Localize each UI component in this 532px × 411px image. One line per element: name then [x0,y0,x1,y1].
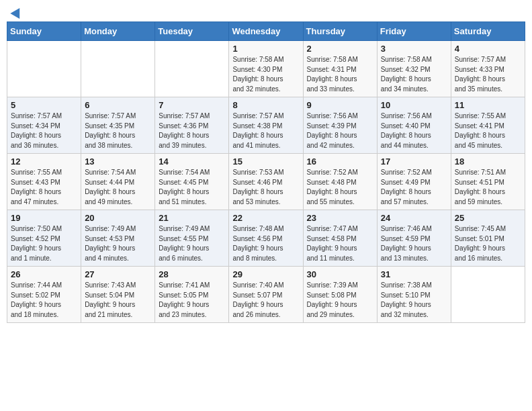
weekday-header-wednesday: Wednesday [229,22,303,41]
day-info: Sunrise: 7:56 AM Sunset: 4:40 PM Dayligh… [381,111,447,150]
calendar-cell: 25Sunrise: 7:45 AM Sunset: 5:01 PM Dayli… [451,210,525,267]
calendar-cell: 11Sunrise: 7:55 AM Sunset: 4:41 PM Dayli… [451,97,525,154]
calendar-cell: 30Sunrise: 7:39 AM Sunset: 5:08 PM Dayli… [303,267,377,323]
day-number: 27 [85,269,151,279]
calendar-cell: 22Sunrise: 7:48 AM Sunset: 4:56 PM Dayli… [229,210,303,267]
day-info: Sunrise: 7:56 AM Sunset: 4:39 PM Dayligh… [307,111,373,150]
day-number: 6 [85,100,151,110]
calendar-week-row: 19Sunrise: 7:50 AM Sunset: 4:52 PM Dayli… [7,210,525,267]
day-info: Sunrise: 7:58 AM Sunset: 4:31 PM Dayligh… [307,55,373,94]
day-info: Sunrise: 7:57 AM Sunset: 4:36 PM Dayligh… [159,111,225,150]
day-info: Sunrise: 7:39 AM Sunset: 5:08 PM Dayligh… [307,281,373,320]
day-info: Sunrise: 7:58 AM Sunset: 4:30 PM Dayligh… [232,55,299,94]
calendar-table: SundayMondayTuesdayWednesdayThursdayFrid… [7,21,525,323]
day-info: Sunrise: 7:49 AM Sunset: 4:53 PM Dayligh… [85,224,151,263]
weekday-header-monday: Monday [81,22,155,41]
day-info: Sunrise: 7:57 AM Sunset: 4:38 PM Dayligh… [232,111,299,150]
day-info: Sunrise: 7:57 AM Sunset: 4:34 PM Dayligh… [11,111,77,150]
day-info: Sunrise: 7:38 AM Sunset: 5:10 PM Dayligh… [381,281,447,320]
calendar-cell [7,41,81,97]
calendar-cell: 6Sunrise: 7:57 AM Sunset: 4:35 PM Daylig… [81,97,155,154]
calendar-week-row: 26Sunrise: 7:44 AM Sunset: 5:02 PM Dayli… [7,267,525,323]
calendar-cell: 14Sunrise: 7:54 AM Sunset: 4:45 PM Dayli… [155,154,229,210]
logo [9,7,21,16]
calendar-week-row: 12Sunrise: 7:55 AM Sunset: 4:43 PM Dayli… [7,154,525,210]
day-number: 22 [232,213,299,223]
weekday-header-thursday: Thursday [303,22,377,41]
day-number: 4 [455,44,521,54]
day-number: 2 [307,44,373,54]
day-info: Sunrise: 7:49 AM Sunset: 4:55 PM Dayligh… [159,224,225,263]
day-number: 12 [11,156,77,167]
day-number: 18 [455,156,521,167]
calendar-cell: 18Sunrise: 7:51 AM Sunset: 4:51 PM Dayli… [451,154,525,210]
day-number: 21 [159,213,225,223]
day-info: Sunrise: 7:40 AM Sunset: 5:07 PM Dayligh… [232,281,299,320]
weekday-header-tuesday: Tuesday [155,22,229,41]
day-info: Sunrise: 7:51 AM Sunset: 4:51 PM Dayligh… [455,168,521,207]
calendar-cell: 31Sunrise: 7:38 AM Sunset: 5:10 PM Dayli… [377,267,451,323]
calendar-cell: 20Sunrise: 7:49 AM Sunset: 4:53 PM Dayli… [81,210,155,267]
day-info: Sunrise: 7:57 AM Sunset: 4:35 PM Dayligh… [85,111,151,150]
day-number: 19 [11,213,77,223]
calendar-header-row: SundayMondayTuesdayWednesdayThursdayFrid… [7,22,525,41]
day-info: Sunrise: 7:46 AM Sunset: 4:59 PM Dayligh… [381,224,447,263]
calendar-cell: 26Sunrise: 7:44 AM Sunset: 5:02 PM Dayli… [7,267,81,323]
day-number: 7 [159,100,225,110]
day-number: 17 [381,156,447,167]
logo-icon [10,5,24,19]
calendar-week-row: 1Sunrise: 7:58 AM Sunset: 4:30 PM Daylig… [7,41,525,97]
calendar-cell: 9Sunrise: 7:56 AM Sunset: 4:39 PM Daylig… [303,97,377,154]
day-number: 13 [85,156,151,167]
day-info: Sunrise: 7:43 AM Sunset: 5:04 PM Dayligh… [85,281,151,320]
day-number: 15 [232,156,299,167]
day-info: Sunrise: 7:41 AM Sunset: 5:05 PM Dayligh… [159,281,225,320]
day-number: 14 [159,156,225,167]
day-number: 30 [307,269,373,279]
day-info: Sunrise: 7:55 AM Sunset: 4:43 PM Dayligh… [11,168,77,207]
day-number: 24 [381,213,447,223]
calendar-cell: 16Sunrise: 7:52 AM Sunset: 4:48 PM Dayli… [303,154,377,210]
day-info: Sunrise: 7:58 AM Sunset: 4:32 PM Dayligh… [381,55,447,94]
day-number: 11 [455,100,521,110]
calendar-cell: 21Sunrise: 7:49 AM Sunset: 4:55 PM Dayli… [155,210,229,267]
calendar-cell: 1Sunrise: 7:58 AM Sunset: 4:30 PM Daylig… [229,41,303,97]
calendar-cell: 10Sunrise: 7:56 AM Sunset: 4:40 PM Dayli… [377,97,451,154]
day-number: 3 [381,44,447,54]
calendar-cell: 4Sunrise: 7:57 AM Sunset: 4:33 PM Daylig… [451,41,525,97]
calendar-cell: 3Sunrise: 7:58 AM Sunset: 4:32 PM Daylig… [377,41,451,97]
calendar-week-row: 5Sunrise: 7:57 AM Sunset: 4:34 PM Daylig… [7,97,525,154]
calendar-cell [155,41,229,97]
calendar-cell: 29Sunrise: 7:40 AM Sunset: 5:07 PM Dayli… [229,267,303,323]
calendar-cell: 8Sunrise: 7:57 AM Sunset: 4:38 PM Daylig… [229,97,303,154]
page-header [7,7,525,16]
calendar-cell: 28Sunrise: 7:41 AM Sunset: 5:05 PM Dayli… [155,267,229,323]
day-info: Sunrise: 7:52 AM Sunset: 4:48 PM Dayligh… [307,168,373,207]
weekday-header-sunday: Sunday [7,22,81,41]
day-number: 20 [85,213,151,223]
day-number: 29 [232,269,299,279]
day-info: Sunrise: 7:45 AM Sunset: 5:01 PM Dayligh… [455,224,521,263]
calendar-cell: 23Sunrise: 7:47 AM Sunset: 4:58 PM Dayli… [303,210,377,267]
calendar-cell: 19Sunrise: 7:50 AM Sunset: 4:52 PM Dayli… [7,210,81,267]
day-number: 25 [455,213,521,223]
calendar-cell: 13Sunrise: 7:54 AM Sunset: 4:44 PM Dayli… [81,154,155,210]
calendar-cell [451,267,525,323]
day-info: Sunrise: 7:57 AM Sunset: 4:33 PM Dayligh… [455,55,521,94]
calendar-cell: 17Sunrise: 7:52 AM Sunset: 4:49 PM Dayli… [377,154,451,210]
weekday-header-saturday: Saturday [451,22,525,41]
day-number: 31 [381,269,447,279]
day-info: Sunrise: 7:44 AM Sunset: 5:02 PM Dayligh… [11,281,77,320]
day-number: 1 [232,44,299,54]
day-info: Sunrise: 7:54 AM Sunset: 4:44 PM Dayligh… [85,168,151,207]
day-info: Sunrise: 7:54 AM Sunset: 4:45 PM Dayligh… [159,168,225,207]
day-info: Sunrise: 7:55 AM Sunset: 4:41 PM Dayligh… [455,111,521,150]
day-number: 9 [307,100,373,110]
calendar-cell: 7Sunrise: 7:57 AM Sunset: 4:36 PM Daylig… [155,97,229,154]
day-info: Sunrise: 7:48 AM Sunset: 4:56 PM Dayligh… [232,224,299,263]
day-number: 5 [11,100,77,110]
day-number: 23 [307,213,373,223]
calendar-cell: 15Sunrise: 7:53 AM Sunset: 4:46 PM Dayli… [229,154,303,210]
calendar-cell: 5Sunrise: 7:57 AM Sunset: 4:34 PM Daylig… [7,97,81,154]
weekday-header-friday: Friday [377,22,451,41]
